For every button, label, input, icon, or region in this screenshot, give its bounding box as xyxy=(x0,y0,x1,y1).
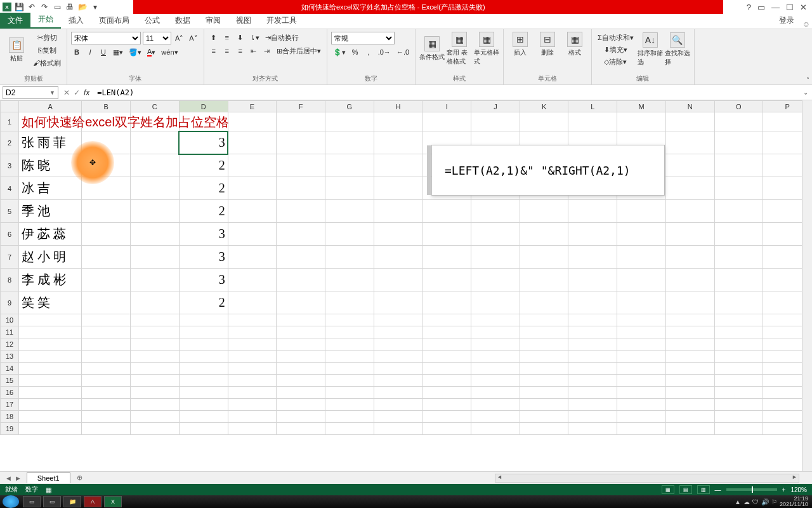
cell[interactable] xyxy=(422,363,471,375)
cell[interactable] xyxy=(277,399,325,411)
login-link[interactable]: 登录 xyxy=(773,13,801,29)
cell[interactable] xyxy=(422,387,471,399)
border-button[interactable]: ▦▾ xyxy=(111,46,125,58)
row-header[interactable]: 15 xyxy=(1,375,19,387)
dec-decimal-icon[interactable]: ←.0 xyxy=(395,46,411,58)
cell[interactable] xyxy=(179,399,228,411)
cell[interactable] xyxy=(568,351,617,363)
row-header[interactable]: 14 xyxy=(1,363,19,375)
cell[interactable] xyxy=(325,177,374,200)
cell[interactable] xyxy=(179,423,228,435)
underline-button[interactable]: U xyxy=(98,46,109,58)
cell[interactable] xyxy=(422,246,471,269)
cell[interactable] xyxy=(422,399,471,411)
cell[interactable] xyxy=(471,338,520,351)
cell[interactable] xyxy=(617,399,666,411)
cell[interactable] xyxy=(325,131,374,154)
help-icon[interactable]: ? xyxy=(747,3,751,12)
cell[interactable] xyxy=(471,351,520,363)
cell[interactable] xyxy=(82,291,131,314)
orientation-icon[interactable]: ⤹▾ xyxy=(248,32,261,43)
font-size-select[interactable]: 11 xyxy=(143,32,171,44)
cell[interactable] xyxy=(82,314,131,326)
cell[interactable] xyxy=(374,363,422,375)
cell[interactable] xyxy=(82,131,131,154)
cell[interactable] xyxy=(130,269,179,291)
cell[interactable] xyxy=(19,375,82,387)
cell[interactable] xyxy=(617,326,666,338)
cell[interactable] xyxy=(665,326,714,338)
cell[interactable] xyxy=(665,291,714,314)
cell[interactable] xyxy=(277,246,325,269)
cell[interactable] xyxy=(228,423,277,435)
cell[interactable] xyxy=(714,112,763,131)
cell[interactable] xyxy=(568,411,617,423)
cell[interactable] xyxy=(568,269,617,291)
cell[interactable] xyxy=(714,399,763,411)
collapse-ribbon-icon[interactable]: ˄ xyxy=(806,76,809,83)
cell[interactable] xyxy=(374,177,422,200)
cell[interactable] xyxy=(665,363,714,375)
cell[interactable] xyxy=(714,314,763,326)
cell[interactable] xyxy=(228,411,277,423)
cell[interactable] xyxy=(665,269,714,291)
cell[interactable] xyxy=(617,351,666,363)
cell[interactable] xyxy=(714,326,763,338)
cell[interactable] xyxy=(617,200,666,223)
cell[interactable] xyxy=(325,326,374,338)
cell[interactable] xyxy=(665,314,714,326)
percent-icon[interactable]: % xyxy=(350,46,361,58)
cell[interactable] xyxy=(277,411,325,423)
maximize-icon[interactable]: ☐ xyxy=(786,3,794,12)
cell[interactable] xyxy=(714,223,763,246)
cell[interactable] xyxy=(277,326,325,338)
cell[interactable] xyxy=(374,387,422,399)
cell[interactable] xyxy=(520,423,568,435)
col-header[interactable]: K xyxy=(520,101,568,112)
cell[interactable] xyxy=(325,200,374,223)
cell[interactable] xyxy=(665,351,714,363)
cell[interactable] xyxy=(471,411,520,423)
cell[interactable] xyxy=(665,177,714,200)
tab-data[interactable]: 数据 xyxy=(167,13,198,29)
format-painter-button[interactable]: 🖌 格式刷 xyxy=(31,57,63,69)
cell[interactable] xyxy=(325,112,374,131)
cell[interactable]: 笑 笑 xyxy=(19,291,82,314)
cut-button[interactable]: ✂ 剪切 xyxy=(31,32,63,43)
cell[interactable] xyxy=(179,326,228,338)
tab-layout[interactable]: 页面布局 xyxy=(91,13,137,29)
cell[interactable]: 3 xyxy=(179,269,228,291)
cell[interactable] xyxy=(228,326,277,338)
cell[interactable] xyxy=(325,314,374,326)
format-cells-button[interactable]: ▦格式 xyxy=(562,32,587,57)
cell[interactable] xyxy=(714,154,763,177)
cell[interactable] xyxy=(374,411,422,423)
cell[interactable] xyxy=(277,269,325,291)
cell[interactable] xyxy=(374,291,422,314)
new-icon[interactable]: ▭ xyxy=(52,2,62,12)
cell[interactable] xyxy=(325,399,374,411)
cell[interactable] xyxy=(277,314,325,326)
cell[interactable] xyxy=(374,246,422,269)
cell[interactable] xyxy=(665,154,714,177)
cell[interactable] xyxy=(82,338,131,351)
cell[interactable] xyxy=(82,387,131,399)
currency-icon[interactable]: 💲▾ xyxy=(331,46,348,58)
cell[interactable] xyxy=(374,375,422,387)
cell[interactable] xyxy=(19,423,82,435)
fx-icon[interactable]: fx xyxy=(84,88,89,97)
cell[interactable] xyxy=(179,387,228,399)
cell[interactable] xyxy=(82,423,131,435)
sort-filter-button[interactable]: A↓排序和筛选 xyxy=(638,32,663,67)
cell[interactable] xyxy=(568,291,617,314)
add-sheet-icon[interactable]: ⊕ xyxy=(70,474,89,482)
cell[interactable] xyxy=(714,269,763,291)
cell[interactable] xyxy=(617,423,666,435)
cond-format-button[interactable]: ▦条件格式 xyxy=(419,36,445,62)
cell[interactable] xyxy=(82,375,131,387)
col-header[interactable]: D xyxy=(179,101,228,112)
cell[interactable] xyxy=(568,223,617,246)
cell[interactable] xyxy=(422,269,471,291)
bold-button[interactable]: B xyxy=(71,46,82,58)
cell[interactable] xyxy=(228,131,277,154)
